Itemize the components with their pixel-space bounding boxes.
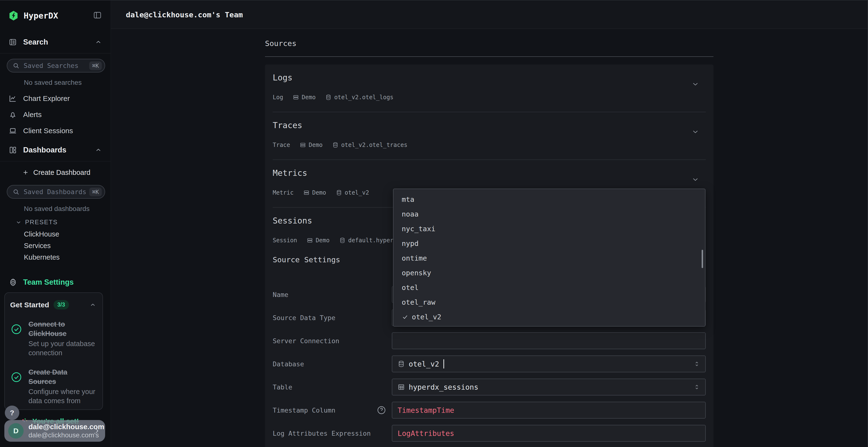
hyperdx-logo-icon <box>9 10 18 21</box>
database-value: otel_v2 <box>409 360 439 368</box>
get-started-header[interactable]: Get Started 3/3 <box>10 300 96 309</box>
dropdown-option[interactable]: otel <box>394 280 705 295</box>
preset-item-clickhouse[interactable]: ClickHouse <box>0 228 111 240</box>
app-title: HyperDX <box>24 11 93 21</box>
table-path-tag: otel_v2.otel_traces <box>332 142 407 148</box>
laptop-icon <box>9 127 17 135</box>
dropdown-option[interactable]: noaa <box>394 207 705 221</box>
database-select[interactable]: otel_v2 <box>392 355 706 372</box>
search-section-icon <box>9 38 17 46</box>
chevron-up-icon[interactable] <box>89 302 96 308</box>
checklist-item[interactable]: Connect to ClickHouse Set up your databa… <box>10 319 96 357</box>
table-select[interactable]: hyperdx_sessions <box>392 379 706 396</box>
unfold-icon[interactable] <box>694 384 700 390</box>
connection-name: Demo <box>302 94 316 101</box>
help-label: ? <box>10 409 14 417</box>
server-icon <box>300 142 306 148</box>
progress-badge: 3/3 <box>54 300 69 309</box>
connection-tag: Demo <box>303 189 326 196</box>
log-attributes-input[interactable]: LogAttributes <box>392 425 706 442</box>
table-path: otel_v2 <box>345 189 369 196</box>
sidebar-collapse-icon[interactable] <box>93 10 102 21</box>
dropdown-option[interactable]: ontime <box>394 251 705 265</box>
checklist-item-desc: Set up your database connection <box>28 339 96 357</box>
timestamp-column-input[interactable]: TimestampTime <box>392 402 706 419</box>
table-icon <box>398 383 405 391</box>
connection-tag: Demo <box>300 142 322 148</box>
connection-name: Demo <box>309 142 322 148</box>
dropdown-scrollbar[interactable] <box>702 250 703 268</box>
source-type: Log <box>273 94 283 101</box>
chevron-down-icon[interactable] <box>691 128 700 136</box>
preset-item-services[interactable]: Services <box>0 240 111 251</box>
sidebar-item-label: Client Sessions <box>23 127 73 135</box>
chevron-down-icon[interactable] <box>691 80 700 88</box>
database-icon <box>339 237 345 243</box>
sources-heading: Sources <box>265 39 713 48</box>
chevron-up-icon <box>95 146 102 153</box>
avatar: D <box>8 423 24 439</box>
checklist-item-desc: Configure where your data comes from <box>28 387 96 405</box>
sidebar-item-chart-explorer[interactable]: Chart Explorer <box>0 90 111 106</box>
server-icon <box>293 94 299 100</box>
sidebar-section-search[interactable]: Search <box>0 31 111 54</box>
saved-searches-field[interactable] <box>24 62 89 69</box>
source-section-traces: Traces Trace Demo <box>273 112 706 160</box>
checklist-item[interactable]: Create Data Sources Configure where your… <box>10 368 96 405</box>
field-label: Log Attributes Expression <box>273 429 371 438</box>
user-info: dale@clickhouse.com dale@clickhouse.com'… <box>28 423 93 439</box>
dropdown-option[interactable]: otel_raw <box>394 295 705 309</box>
dropdown-option-selected[interactable]: otel_v2 <box>394 309 705 324</box>
get-started-title: Get Started <box>10 301 49 309</box>
chevron-down-icon[interactable] <box>691 175 700 183</box>
kbd-shortcut-badge: ⌘K <box>89 187 102 196</box>
preset-item-kubernetes[interactable]: Kubernetes <box>0 251 111 263</box>
source-type: Metric <box>273 189 294 196</box>
plus-icon <box>22 169 29 176</box>
field-label: Timestamp Column <box>273 406 335 415</box>
saved-searches-input[interactable]: ⌘K <box>7 59 105 72</box>
text-cursor <box>443 359 444 369</box>
saved-dashboards-field[interactable] <box>24 188 89 196</box>
sidebar-item-alerts[interactable]: Alerts <box>0 106 111 123</box>
source-title: Sessions <box>273 216 312 226</box>
help-icon[interactable] <box>376 405 386 415</box>
kbd-shortcut-badge: ⌘K <box>89 61 102 70</box>
user-team: dale@clickhouse.com's <box>28 431 93 439</box>
database-dropdown: mta noaa nyc_taxi nypd ontime opensky ot… <box>393 188 706 326</box>
team-settings-link[interactable]: Team Settings <box>0 275 111 289</box>
dropdown-option[interactable]: nypd <box>394 236 705 251</box>
presets-list: ClickHouse Services Kubernetes <box>0 228 111 263</box>
table-path: otel_v2.otel_logs <box>334 94 394 101</box>
chart-explorer-icon <box>9 94 17 103</box>
source-section-logs: Logs Log Demo <box>273 65 706 112</box>
sidebar-item-client-sessions[interactable]: Client Sessions <box>0 123 111 139</box>
heading-divider <box>265 56 713 57</box>
sidebar: HyperDX Search <box>0 0 111 447</box>
chevron-up-icon <box>95 38 102 46</box>
check-circle-icon <box>10 323 22 335</box>
table-path-tag: otel_v2 <box>336 189 369 196</box>
dropdown-option[interactable]: mta <box>394 192 705 207</box>
field-label: Name <box>273 290 288 299</box>
dropdown-option[interactable]: nyc_taxi <box>394 221 705 236</box>
database-icon <box>325 94 332 100</box>
sidebar-section-dashboards[interactable]: Dashboards <box>0 139 111 161</box>
timestamp-value: TimestampTime <box>398 406 454 414</box>
check-circle-icon <box>10 371 22 383</box>
help-button[interactable]: ? <box>5 406 19 420</box>
presets-toggle[interactable]: PRESETS <box>16 218 111 226</box>
user-menu[interactable]: D dale@clickhouse.com dale@clickhouse.co… <box>4 420 105 442</box>
sidebar-item-label: Chart Explorer <box>23 94 70 103</box>
saved-dashboards-input[interactable]: ⌘K <box>7 185 105 199</box>
dashboards-icon <box>9 146 17 154</box>
source-title: Logs <box>273 73 292 82</box>
create-dashboard-button[interactable]: Create Dashboard <box>0 165 111 180</box>
chevron-down-icon <box>16 219 22 226</box>
team-settings-label: Team Settings <box>23 278 74 286</box>
check-icon <box>402 314 408 320</box>
unfold-icon[interactable] <box>694 361 700 367</box>
topbar: dale@clickhouse.com's Team <box>111 0 868 29</box>
dropdown-option[interactable]: opensky <box>394 265 705 280</box>
server-connection-select[interactable] <box>392 332 706 349</box>
